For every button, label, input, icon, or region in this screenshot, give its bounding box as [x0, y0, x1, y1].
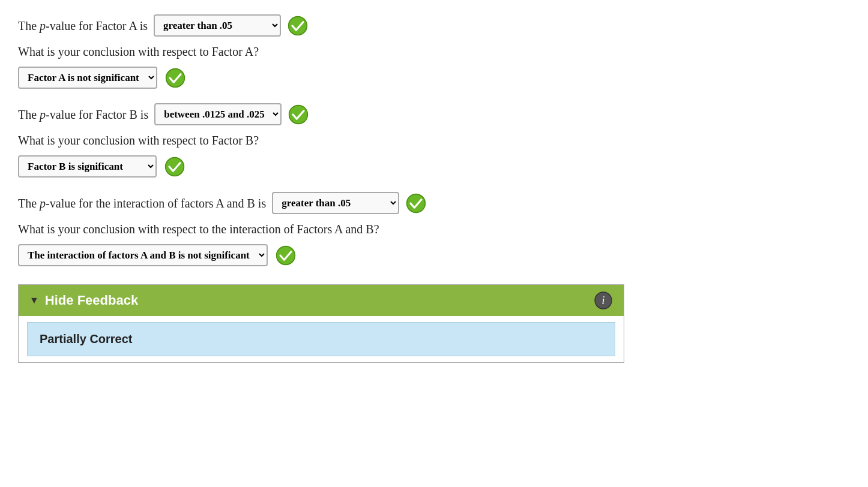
factor-b-conclusion-label-row: What is your conclusion with respect to …: [18, 131, 850, 149]
partially-correct-box: Partially Correct: [27, 322, 615, 356]
svg-point-8: [406, 193, 426, 212]
collapse-triangle-icon: ▼: [29, 295, 39, 306]
feedback-body: Partially Correct: [19, 316, 624, 362]
feedback-header-left: ▼ Hide Feedback: [29, 293, 138, 308]
interaction-pvalue-select[interactable]: less than .005 between .005 and .0125 be…: [272, 192, 399, 214]
interaction-conclusion-row: The interaction of factors A and B is no…: [18, 244, 850, 266]
factor-b-conclusion-row: Factor B is not significant Factor B is …: [18, 155, 850, 178]
svg-point-0: [288, 16, 307, 35]
interaction-conclusion-check: [275, 245, 297, 266]
factor-a-pvalue-check: [287, 15, 309, 37]
factor-a-pvalue-row: The p-value for Factor A is less than .0…: [18, 14, 850, 37]
factor-b-conclusion-label: What is your conclusion with respect to …: [18, 131, 259, 149]
svg-point-6: [165, 157, 184, 176]
svg-point-4: [289, 104, 308, 124]
svg-text:i: i: [601, 294, 604, 306]
feedback-section: ▼ Hide Feedback i Partially Correct: [18, 284, 624, 363]
factor-b-pvalue-select[interactable]: less than .005 between .005 and .0125 be…: [154, 103, 282, 125]
interaction-pvalue-prefix: The p-value for the interaction of facto…: [18, 194, 266, 212]
factor-a-conclusion-label-row: What is your conclusion with respect to …: [18, 43, 850, 61]
factor-a-conclusion-check: [164, 67, 186, 89]
interaction-conclusion-select[interactable]: The interaction of factors A and B is no…: [18, 244, 268, 266]
svg-point-10: [276, 245, 295, 264]
partially-correct-label: Partially Correct: [40, 332, 133, 345]
factor-a-conclusion-select[interactable]: Factor A is not significant Factor A is …: [18, 67, 157, 89]
factor-a-pvalue-select[interactable]: less than .005 between .005 and .0125 be…: [154, 14, 281, 37]
interaction-pvalue-check: [405, 193, 427, 214]
factor-b-pvalue-row: The p-value for Factor B is less than .0…: [18, 103, 850, 125]
interaction-conclusion-label-row: What is your conclusion with respect to …: [18, 220, 850, 238]
factor-b-pvalue-check: [288, 104, 309, 125]
interaction-pvalue-row: The p-value for the interaction of facto…: [18, 192, 850, 214]
interaction-conclusion-label: What is your conclusion with respect to …: [18, 220, 379, 238]
factor-b-pvalue-prefix: The p-value for Factor B is: [18, 106, 148, 124]
feedback-header[interactable]: ▼ Hide Feedback i: [19, 285, 624, 316]
feedback-title: Hide Feedback: [45, 293, 138, 308]
feedback-info-icon: i: [594, 291, 613, 310]
factor-a-conclusion-row: Factor A is not significant Factor A is …: [18, 67, 850, 89]
factor-a-pvalue-prefix: The p-value for Factor A is: [18, 17, 148, 35]
factor-b-conclusion-select[interactable]: Factor B is not significant Factor B is …: [18, 155, 157, 178]
factor-b-conclusion-check: [164, 156, 185, 178]
svg-point-2: [166, 68, 185, 87]
factor-a-conclusion-label: What is your conclusion with respect to …: [18, 43, 259, 61]
